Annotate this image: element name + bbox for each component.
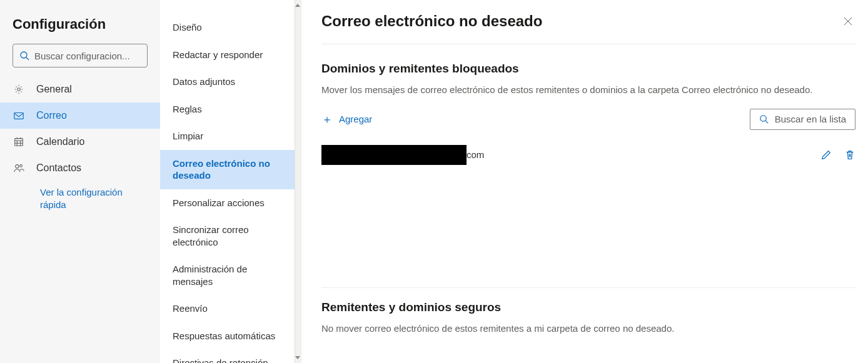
blocked-senders-section: Dominios y remitentes bloqueados Mover l… — [321, 44, 855, 169]
trash-icon — [844, 149, 855, 161]
blocked-description: Mover los mensajes de correo electrónico… — [321, 83, 834, 97]
entry-suffix: com — [467, 149, 484, 160]
safe-senders-section: Remitentes y dominios seguros No mover c… — [321, 288, 855, 347]
sidebar-item-label: General — [36, 84, 72, 95]
plus-icon: ＋ — [321, 112, 333, 127]
settings-title: Configuración — [0, 7, 160, 44]
search-icon — [19, 51, 29, 61]
svg-point-0 — [21, 52, 27, 58]
sidebar-item-general[interactable]: General — [0, 76, 160, 102]
subnav-item-autoreply[interactable]: Respuestas automáticas — [160, 322, 301, 350]
search-settings-input[interactable]: Buscar configuracion... — [13, 44, 148, 67]
sidebar-item-calendar[interactable]: Calendario — [0, 129, 160, 155]
svg-point-11 — [16, 165, 19, 168]
edit-entry-button[interactable] — [820, 149, 832, 161]
subnav-item-message-admin[interactable]: Administración de mensajes — [160, 256, 301, 295]
safe-heading: Remitentes y dominios seguros — [321, 301, 855, 314]
svg-point-12 — [20, 165, 23, 167]
add-blocked-button[interactable]: ＋ Agregar — [321, 112, 372, 127]
page-title: Correo electrónico no deseado — [321, 12, 542, 30]
scroll-up-button[interactable] — [295, 2, 300, 9]
settings-content: Correo electrónico no deseado Dominios y… — [301, 0, 868, 363]
sidebar-item-label: Correo — [36, 110, 67, 121]
entry-actions — [820, 149, 855, 161]
redacted-email — [321, 145, 467, 165]
add-label: Agregar — [339, 114, 372, 124]
mail-icon — [13, 109, 25, 122]
search-list-label: Buscar en la lista — [775, 114, 846, 124]
scroll-down-button[interactable] — [295, 354, 300, 361]
blocked-heading: Dominios y remitentes bloqueados — [321, 62, 855, 76]
svg-line-16 — [765, 121, 768, 123]
sidebar-item-label: Contactos — [36, 162, 81, 174]
safe-description: No mover correo electrónico de estos rem… — [321, 322, 834, 336]
blocked-entry-row: com — [321, 141, 855, 169]
content-header: Correo electrónico no deseado — [321, 12, 855, 44]
subnav-item-attachments[interactable]: Datos adjuntos — [160, 68, 301, 96]
subnav-item-customize[interactable]: Personalizar acciones — [160, 189, 301, 217]
subnav-item-junk[interactable]: Correo electrónico no deseado — [160, 150, 301, 189]
delete-entry-button[interactable] — [844, 149, 855, 161]
close-button[interactable] — [840, 14, 855, 29]
svg-point-15 — [760, 116, 766, 121]
sidebar-item-contacts[interactable]: Contactos — [0, 155, 160, 181]
subnav-item-sync[interactable]: Sincronizar correo electrónico — [160, 216, 301, 256]
blocked-actions: ＋ Agregar Buscar en la lista — [321, 109, 855, 130]
gear-icon — [13, 83, 25, 96]
subnav-list: Diseño Redactar y responder Datos adjunt… — [160, 0, 301, 363]
svg-rect-4 — [15, 139, 23, 146]
subnav-item-sweep[interactable]: Limpiar — [160, 122, 301, 150]
people-icon — [13, 162, 25, 174]
subnav-item-forwarding[interactable]: Reenvío — [160, 295, 301, 322]
settings-subnav: Diseño Redactar y responder Datos adjunt… — [160, 0, 301, 363]
close-icon — [843, 16, 853, 26]
svg-rect-3 — [14, 113, 23, 119]
svg-line-1 — [26, 57, 29, 60]
blocked-entry: com — [321, 145, 484, 165]
search-icon — [759, 114, 769, 124]
search-placeholder: Buscar configuracion... — [34, 51, 130, 61]
settings-sidebar: Configuración Buscar configuracion... Ge… — [0, 0, 160, 363]
subnav-item-retention[interactable]: Directivas de retención — [160, 349, 301, 363]
sidebar-item-label: Calendario — [36, 136, 84, 147]
subnav-item-compose[interactable]: Redactar y responder — [160, 41, 301, 69]
svg-point-2 — [18, 88, 21, 91]
subnav-item-layout[interactable]: Diseño — [160, 14, 301, 41]
quick-settings-link[interactable]: Ver la configuración rápida — [0, 181, 160, 216]
sidebar-item-mail[interactable]: Correo — [0, 102, 160, 129]
subnav-item-rules[interactable]: Reglas — [160, 96, 301, 123]
search-blocked-input[interactable]: Buscar en la lista — [750, 109, 855, 130]
search-wrap: Buscar configuracion... — [0, 44, 160, 76]
pencil-icon — [820, 149, 832, 161]
calendar-icon — [13, 136, 25, 148]
